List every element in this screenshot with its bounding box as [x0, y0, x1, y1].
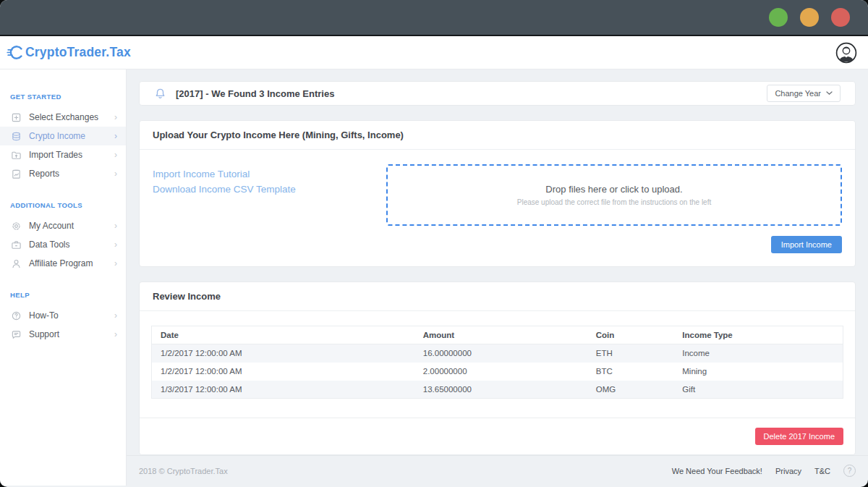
file-dropzone[interactable]: Drop files here or click to upload. Plea…	[386, 164, 842, 226]
cell-date: 1/2/2017 12:00:00 AM	[152, 363, 414, 381]
app-header: CryptoTrader.Tax	[0, 36, 868, 69]
sidebar-heading: ADDITIONAL TOOLS	[0, 201, 126, 209]
chevron-right-icon	[114, 113, 117, 122]
main-layout: GET STARTED Select Exchanges Crypto Inco…	[0, 69, 868, 486]
cell-coin: ETH	[587, 344, 674, 363]
cell-amount: 16.00000000	[414, 344, 587, 363]
terms-link[interactable]: T&C	[814, 467, 830, 475]
upload-help-links: Import Income Tutorial Download Income C…	[153, 164, 386, 226]
delete-income-button[interactable]: Delete 2017 Income	[755, 428, 843, 445]
sidebar-item-label: Crypto Income	[29, 131, 114, 141]
table-row: 1/2/2017 12:00:00 AM 16.00000000 ETH Inc…	[152, 344, 843, 363]
sidebar-item-label: Data Tools	[29, 240, 114, 250]
sidebar-item-reports[interactable]: Reports	[0, 164, 126, 183]
folder-upload-icon	[10, 150, 22, 161]
table-row: 1/3/2017 12:00:00 AM 13.65000000 OMG Gif…	[152, 381, 843, 399]
person-icon	[10, 258, 22, 269]
user-avatar-icon	[835, 42, 857, 64]
chevron-down-icon	[826, 91, 833, 96]
sidebar-item-support[interactable]: Support	[0, 325, 126, 344]
column-header-date: Date	[152, 326, 414, 344]
sidebar-item-import-trades[interactable]: Import Trades	[0, 145, 126, 164]
cell-coin: BTC	[587, 363, 674, 381]
bell-icon	[154, 88, 166, 100]
sidebar-item-label: How-To	[29, 310, 114, 321]
review-card-title: Review Income	[140, 282, 855, 311]
review-card-footer: Delete 2017 Income	[140, 418, 855, 454]
report-icon	[10, 169, 22, 179]
chevron-right-icon	[114, 169, 117, 178]
chevron-right-icon	[114, 221, 117, 230]
sidebar-section-additional-tools: ADDITIONAL TOOLS My Account Data Tools	[0, 201, 126, 273]
chevron-right-icon	[114, 259, 117, 268]
sidebar-item-my-account[interactable]: My Account	[0, 216, 126, 235]
upload-card-title: Upload Your Crypto Income Here (Mining, …	[140, 121, 855, 150]
sidebar-item-label: Reports	[29, 169, 114, 179]
table-row: 1/2/2017 12:00:00 AM 2.00000000 BTC Mini…	[152, 363, 843, 381]
chevron-right-icon	[114, 311, 117, 320]
app-logo[interactable]: CryptoTrader.Tax	[7, 44, 131, 61]
cell-income-type: Gift	[673, 381, 843, 399]
question-icon	[10, 310, 22, 321]
gear-icon	[10, 221, 22, 232]
user-avatar[interactable]	[835, 42, 857, 64]
income-table-header-row: Date Amount Coin Income Type	[152, 326, 843, 344]
cell-amount: 2.00000000	[414, 363, 587, 381]
sidebar-item-select-exchanges[interactable]: Select Exchanges	[0, 108, 126, 127]
cell-date: 1/2/2017 12:00:00 AM	[152, 344, 414, 363]
change-year-label: Change Year	[775, 89, 821, 98]
window-titlebar	[0, 0, 868, 36]
sidebar-item-label: Support	[29, 329, 114, 339]
briefcase-icon	[10, 240, 22, 250]
sidebar-item-label: Select Exchanges	[29, 112, 114, 122]
red-light-button[interactable]	[831, 8, 850, 27]
dropzone-title: Drop files here or click to upload.	[545, 184, 682, 195]
sidebar-item-label: Import Trades	[29, 150, 114, 160]
chevron-right-icon	[114, 240, 117, 249]
copyright-text: 2018 © CryptoTrader.Tax	[139, 467, 228, 475]
cell-date: 1/3/2017 12:00:00 AM	[152, 381, 414, 399]
sidebar: GET STARTED Select Exchanges Crypto Inco…	[0, 69, 127, 486]
review-income-card: Review Income Date Amount Coin Income Ty…	[139, 281, 856, 455]
cell-amount: 13.65000000	[414, 381, 587, 399]
logo-coin-icon	[7, 44, 25, 61]
sidebar-item-affiliate-program[interactable]: Affiliate Program	[0, 254, 126, 273]
sidebar-section-help: HELP How-To Support	[0, 291, 126, 344]
sidebar-item-data-tools[interactable]: Data Tools	[0, 235, 126, 254]
privacy-link[interactable]: Privacy	[775, 467, 801, 475]
chevron-right-icon	[114, 132, 117, 140]
sidebar-section-get-started: GET STARTED Select Exchanges Crypto Inco…	[0, 93, 126, 183]
page-footer: 2018 © CryptoTrader.Tax We Need Your Fee…	[127, 455, 868, 486]
upload-card-body: Import Income Tutorial Download Income C…	[140, 150, 855, 226]
help-icon[interactable]: ?	[843, 465, 856, 477]
income-notification-bar: [2017] - We Found 3 Income Entries Chang…	[139, 81, 856, 106]
yellow-light-button[interactable]	[800, 8, 819, 27]
chevron-right-icon	[114, 330, 117, 339]
coins-icon	[10, 131, 22, 142]
cell-coin: OMG	[587, 381, 674, 399]
chat-icon	[10, 329, 22, 340]
import-income-button[interactable]: Import Income	[771, 236, 842, 253]
dropzone-subtitle: Please upload the correct file from the …	[517, 198, 711, 206]
notification-text: [2017] - We Found 3 Income Entries	[176, 88, 334, 99]
income-table: Date Amount Coin Income Type 1/2/2017 12…	[151, 326, 843, 399]
add-box-icon	[10, 112, 22, 123]
app-window: CryptoTrader.Tax GET STARTED	[0, 0, 868, 487]
review-card-body: Date Amount Coin Income Type 1/2/2017 12…	[140, 311, 855, 418]
sidebar-heading: HELP	[0, 291, 126, 299]
upload-income-card: Upload Your Crypto Income Here (Mining, …	[139, 120, 856, 267]
import-income-tutorial-link[interactable]: Import Income Tutorial	[153, 169, 386, 179]
sidebar-item-how-to[interactable]: How-To	[0, 306, 126, 325]
change-year-button[interactable]: Change Year	[767, 85, 841, 102]
green-light-button[interactable]	[769, 8, 788, 27]
download-csv-template-link[interactable]: Download Income CSV Template	[153, 184, 386, 195]
main-content: [2017] - We Found 3 Income Entries Chang…	[127, 69, 868, 486]
chevron-right-icon	[114, 151, 117, 159]
column-header-income-type: Income Type	[673, 326, 843, 344]
footer-links: We Need Your Feedback! Privacy T&C ?	[672, 465, 856, 477]
feedback-link[interactable]: We Need Your Feedback!	[672, 467, 762, 475]
logo-text: CryptoTrader.Tax	[25, 45, 131, 60]
column-header-coin: Coin	[587, 326, 674, 344]
sidebar-heading: GET STARTED	[0, 93, 126, 101]
sidebar-item-crypto-income[interactable]: Crypto Income	[0, 127, 126, 145]
